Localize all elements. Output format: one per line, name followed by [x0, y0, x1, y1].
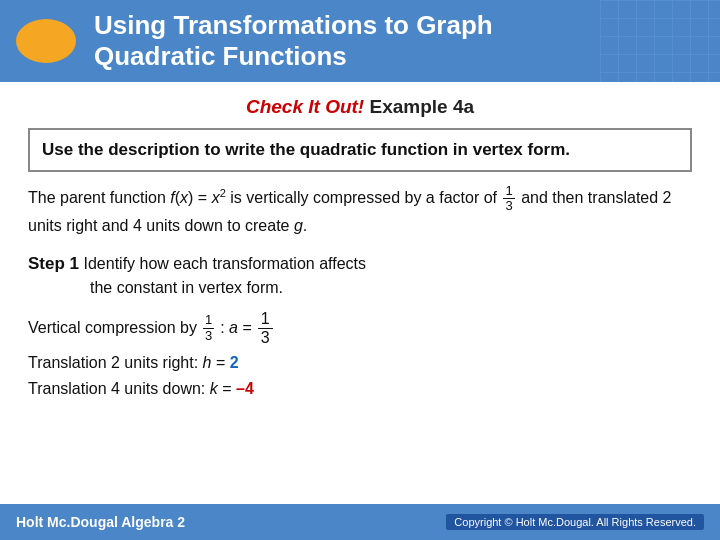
trans-down-equals: = [222, 380, 236, 397]
trans-right-prefix: Translation 2 units right: [28, 354, 203, 371]
main-content: Check It Out! Example 4a Use the descrip… [0, 82, 720, 398]
translation-down-line: Translation 4 units down: k = –4 [28, 380, 692, 398]
step1-label: Step 1 [28, 254, 79, 273]
footer-right: Copyright © Holt Mc.Dougal. All Rights R… [446, 514, 704, 530]
problem-statement: Use the description to write the quadrat… [28, 128, 692, 172]
trans-right-variable: h [203, 354, 212, 371]
header-oval [16, 19, 76, 63]
vertical-compression-line: Vertical compression by 1 3 : a = 1 3 [28, 310, 692, 346]
description-text: The parent function f(x) = x2 is vertica… [28, 184, 692, 238]
check-it-out-highlight: Check It Out! [246, 96, 364, 117]
translation-right-line: Translation 2 units right: h = 2 [28, 354, 692, 372]
trans-right-equals: = [216, 354, 230, 371]
trans-down-value: –4 [236, 380, 254, 397]
vert-comp-value-fraction: 1 3 [258, 310, 273, 346]
trans-down-variable: k [210, 380, 218, 397]
trans-right-value: 2 [230, 354, 239, 371]
vert-comp-prefix: Vertical compression by [28, 319, 197, 337]
desc-text-before: The parent function f(x) = x2 is vertica… [28, 189, 501, 206]
check-it-out-example: Example 4a [369, 96, 474, 117]
vert-comp-colon: : a = [220, 319, 252, 337]
header: Using Transformations to Graph Quadratic… [0, 0, 720, 82]
header-grid-decoration [600, 0, 720, 82]
check-it-out-line: Check It Out! Example 4a [28, 96, 692, 118]
step1-block: Step 1 Identify how each transformation … [28, 251, 692, 301]
vert-comp-fraction: 1 3 [203, 313, 214, 343]
footer: Holt Mc.Dougal Algebra 2 Copyright © Hol… [0, 504, 720, 540]
footer-left: Holt Mc.Dougal Algebra 2 [16, 514, 185, 530]
step1-text-line1: Identify how each transformation affects [83, 255, 366, 272]
trans-down-prefix: Translation 4 units down: [28, 380, 210, 397]
step1-indent: Identify how each transformation affects… [90, 276, 692, 300]
header-title: Using Transformations to Graph Quadratic… [94, 10, 493, 72]
desc-fraction: 1 3 [503, 184, 514, 214]
